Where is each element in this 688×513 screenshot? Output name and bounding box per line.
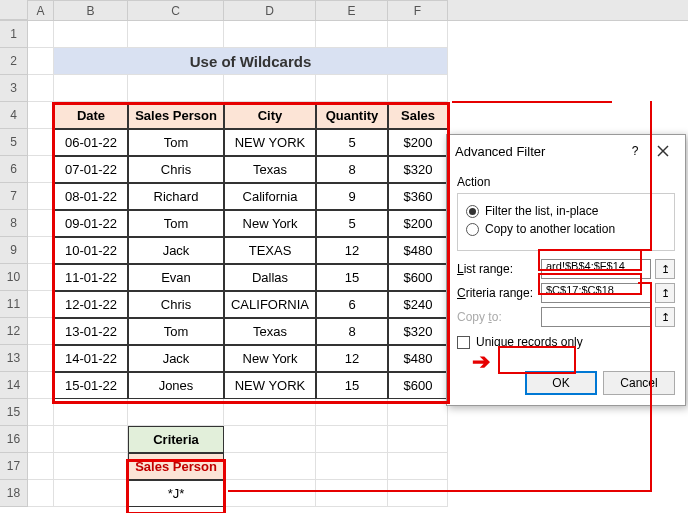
cell-D8[interactable]: New York: [224, 210, 316, 237]
cell-A6[interactable]: [28, 156, 54, 183]
cell-D14[interactable]: NEW YORK: [224, 372, 316, 399]
cell-C8[interactable]: Tom: [128, 210, 224, 237]
cell-F5[interactable]: $200: [388, 129, 448, 156]
cell-A1[interactable]: [28, 21, 54, 48]
cell-F6[interactable]: $320: [388, 156, 448, 183]
row-header-14[interactable]: 14: [0, 372, 28, 399]
cell-A4[interactable]: [28, 102, 54, 129]
cell-C10[interactable]: Evan: [128, 264, 224, 291]
row-header-10[interactable]: 10: [0, 264, 28, 291]
cell-A12[interactable]: [28, 318, 54, 345]
cell-A17[interactable]: [28, 453, 54, 480]
cell-F7[interactable]: $360: [388, 183, 448, 210]
cell-C13[interactable]: Jack: [128, 345, 224, 372]
cell-C4[interactable]: Sales Person: [128, 102, 224, 129]
radio-copy-location[interactable]: Copy to another location: [466, 222, 666, 236]
row-header-8[interactable]: 8: [0, 210, 28, 237]
cell-F17[interactable]: [388, 453, 448, 480]
cell-D12[interactable]: Texas: [224, 318, 316, 345]
cell-C7[interactable]: Richard: [128, 183, 224, 210]
cell-A14[interactable]: [28, 372, 54, 399]
cell-D11[interactable]: CALIFORNIA: [224, 291, 316, 318]
ok-button[interactable]: OK: [525, 371, 597, 395]
row-header-9[interactable]: 9: [0, 237, 28, 264]
row-header-1[interactable]: 1: [0, 21, 28, 48]
cell-A7[interactable]: [28, 183, 54, 210]
cell-D9[interactable]: TEXAS: [224, 237, 316, 264]
cell-C9[interactable]: Jack: [128, 237, 224, 264]
row-header-7[interactable]: 7: [0, 183, 28, 210]
cell-F3[interactable]: [388, 75, 448, 102]
cell-F10[interactable]: $600: [388, 264, 448, 291]
list-range-input[interactable]: ard!$B$4:$F$14: [541, 259, 651, 279]
cell-E3[interactable]: [316, 75, 388, 102]
cell-B16[interactable]: [54, 426, 128, 453]
cell-B9[interactable]: 10-01-22: [54, 237, 128, 264]
cell-B5[interactable]: 06-01-22: [54, 129, 128, 156]
cell-A11[interactable]: [28, 291, 54, 318]
cell-F15[interactable]: [388, 399, 448, 426]
cell-B8[interactable]: 09-01-22: [54, 210, 128, 237]
cell-B10[interactable]: 11-01-22: [54, 264, 128, 291]
cell-E16[interactable]: [316, 426, 388, 453]
cell-F4[interactable]: Sales: [388, 102, 448, 129]
cell-C17[interactable]: Sales Person: [128, 453, 224, 480]
cell-C5[interactable]: Tom: [128, 129, 224, 156]
cell-D5[interactable]: NEW YORK: [224, 129, 316, 156]
cell-F14[interactable]: $600: [388, 372, 448, 399]
radio-filter-in-place[interactable]: Filter the list, in-place: [466, 204, 666, 218]
cell-B2[interactable]: Use of Wildcards: [54, 48, 448, 75]
cell-B18[interactable]: [54, 480, 128, 507]
criteria-range-input[interactable]: $C$17:$C$18: [541, 283, 651, 303]
col-header-D[interactable]: D: [224, 0, 316, 20]
row-header-15[interactable]: 15: [0, 399, 28, 426]
cell-D18[interactable]: [224, 480, 316, 507]
row-header-2[interactable]: 2: [0, 48, 28, 75]
row-header-12[interactable]: 12: [0, 318, 28, 345]
dialog-close-button[interactable]: [649, 141, 677, 161]
cell-C15[interactable]: [128, 399, 224, 426]
cell-E15[interactable]: [316, 399, 388, 426]
cell-E6[interactable]: 8: [316, 156, 388, 183]
cell-C1[interactable]: [128, 21, 224, 48]
col-header-B[interactable]: B: [54, 0, 128, 20]
cell-E17[interactable]: [316, 453, 388, 480]
cell-E1[interactable]: [316, 21, 388, 48]
cell-B7[interactable]: 08-01-22: [54, 183, 128, 210]
cell-E18[interactable]: [316, 480, 388, 507]
cell-B17[interactable]: [54, 453, 128, 480]
cell-E9[interactable]: 12: [316, 237, 388, 264]
cell-E7[interactable]: 9: [316, 183, 388, 210]
cell-D4[interactable]: City: [224, 102, 316, 129]
cell-F12[interactable]: $320: [388, 318, 448, 345]
cell-C3[interactable]: [128, 75, 224, 102]
col-header-E[interactable]: E: [316, 0, 388, 20]
cell-E10[interactable]: 15: [316, 264, 388, 291]
cell-D1[interactable]: [224, 21, 316, 48]
row-header-3[interactable]: 3: [0, 75, 28, 102]
cell-A5[interactable]: [28, 129, 54, 156]
cell-F18[interactable]: [388, 480, 448, 507]
cell-C16[interactable]: Criteria: [128, 426, 224, 453]
cell-A9[interactable]: [28, 237, 54, 264]
cell-D7[interactable]: California: [224, 183, 316, 210]
collapse-range-button[interactable]: ↥: [655, 259, 675, 279]
row-header-5[interactable]: 5: [0, 129, 28, 156]
cell-C6[interactable]: Chris: [128, 156, 224, 183]
cell-B14[interactable]: 15-01-22: [54, 372, 128, 399]
cell-D17[interactable]: [224, 453, 316, 480]
cell-B15[interactable]: [54, 399, 128, 426]
cell-A18[interactable]: [28, 480, 54, 507]
cell-F9[interactable]: $480: [388, 237, 448, 264]
cell-A13[interactable]: [28, 345, 54, 372]
cell-B12[interactable]: 13-01-22: [54, 318, 128, 345]
cell-D13[interactable]: New York: [224, 345, 316, 372]
cancel-button[interactable]: Cancel: [603, 371, 675, 395]
cell-D3[interactable]: [224, 75, 316, 102]
cell-B11[interactable]: 12-01-22: [54, 291, 128, 318]
cell-B6[interactable]: 07-01-22: [54, 156, 128, 183]
cell-B4[interactable]: Date: [54, 102, 128, 129]
select-all-corner[interactable]: [0, 0, 28, 20]
cell-A10[interactable]: [28, 264, 54, 291]
cell-E13[interactable]: 12: [316, 345, 388, 372]
